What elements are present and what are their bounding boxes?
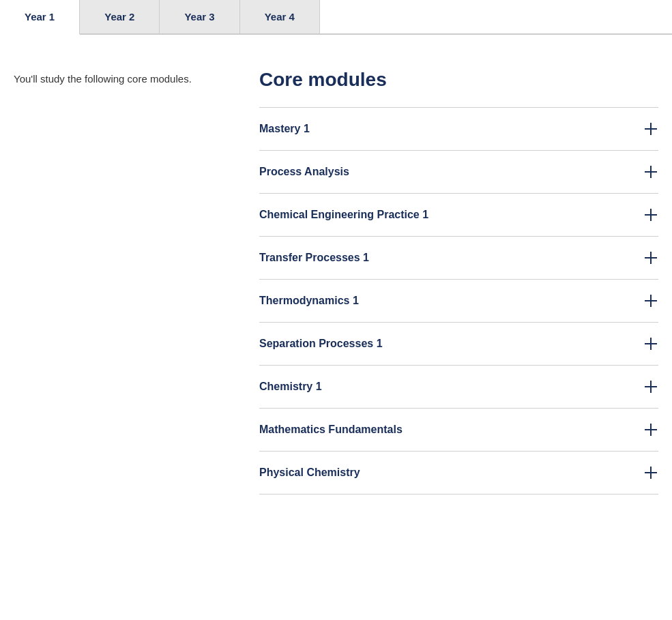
list-item[interactable]: Chemical Engineering Practice 1 [259, 193, 658, 236]
expand-icon[interactable] [643, 379, 658, 394]
expand-icon[interactable] [643, 207, 658, 222]
list-item[interactable]: Separation Processes 1 [259, 322, 658, 365]
module-label: Process Analysis [259, 166, 349, 178]
expand-icon[interactable] [643, 164, 658, 179]
module-label: Mastery 1 [259, 123, 310, 135]
module-label: Physical Chemistry [259, 467, 360, 479]
expand-icon[interactable] [643, 250, 658, 265]
list-item[interactable]: Transfer Processes 1 [259, 236, 658, 279]
list-item[interactable]: Physical Chemistry [259, 451, 658, 494]
modules-section: Core modules Mastery 1Process AnalysisCh… [259, 69, 658, 494]
main-content: You'll study the following core modules.… [0, 35, 672, 522]
list-item[interactable]: Mathematics Fundamentals [259, 408, 658, 451]
module-label: Chemical Engineering Practice 1 [259, 209, 428, 221]
module-label: Transfer Processes 1 [259, 252, 369, 264]
modules-title: Core modules [259, 69, 658, 91]
tab-year3[interactable]: Year 3 [160, 0, 239, 33]
expand-icon[interactable] [643, 465, 658, 480]
expand-icon[interactable] [643, 336, 658, 351]
module-label: Separation Processes 1 [259, 338, 383, 350]
sidebar-description: You'll study the following core modules. [14, 69, 232, 494]
list-item[interactable]: Chemistry 1 [259, 365, 658, 408]
list-item[interactable]: Mastery 1 [259, 107, 658, 150]
module-label: Mathematics Fundamentals [259, 424, 403, 436]
expand-icon[interactable] [643, 121, 658, 136]
tab-year1[interactable]: Year 1 [0, 0, 80, 35]
module-label: Thermodynamics 1 [259, 295, 359, 307]
module-label: Chemistry 1 [259, 381, 322, 393]
list-item[interactable]: Thermodynamics 1 [259, 279, 658, 322]
tab-year4[interactable]: Year 4 [240, 0, 320, 33]
tabs-container: Year 1 Year 2 Year 3 Year 4 [0, 0, 672, 35]
expand-icon[interactable] [643, 422, 658, 437]
tab-year2[interactable]: Year 2 [80, 0, 160, 33]
list-item[interactable]: Process Analysis [259, 150, 658, 193]
expand-icon[interactable] [643, 293, 658, 308]
module-list: Mastery 1Process AnalysisChemical Engine… [259, 107, 658, 494]
